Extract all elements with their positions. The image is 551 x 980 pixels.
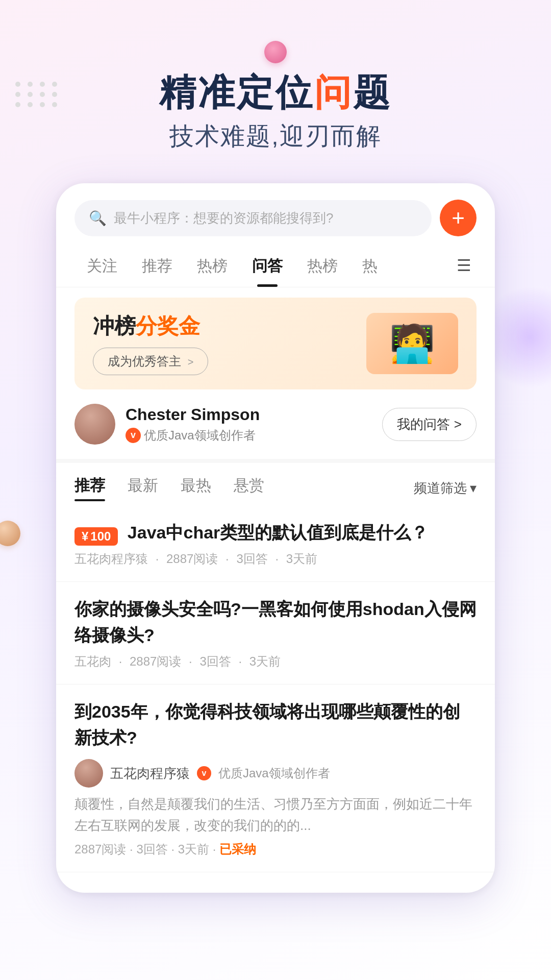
tab-recommend[interactable]: 推荐 [130, 249, 185, 287]
channel-filter-button[interactable]: 频道筛选 ▾ [414, 479, 477, 497]
my-answers-button[interactable]: 我的问答 > [382, 408, 477, 441]
question-answers-3: 3回答 [136, 842, 167, 856]
verified-badge-icon: v [126, 428, 141, 443]
question-reads-1: 2887阅读 [166, 552, 218, 566]
tab-hot2[interactable]: 热榜 [295, 249, 350, 287]
avatar [74, 404, 115, 445]
question-item-3[interactable]: 到2035年，你觉得科技领域将出现哪些颠覆性的创新技术? 五花肉程序猿 v 优质… [56, 684, 495, 872]
search-icon: 🔍 [89, 210, 107, 227]
banner-text: 冲榜分奖金 成为优秀答主 > [93, 312, 366, 375]
question-time-2: 3天前 [249, 654, 281, 668]
user-badge-text: 优质Java领域创作者 [144, 427, 256, 444]
banner-arrow-icon: > [188, 356, 194, 368]
question-avatar-3 [74, 759, 103, 788]
filter-dropdown-icon: ▾ [470, 480, 477, 496]
banner-cta-button[interactable]: 成为优秀答主 > [93, 348, 208, 375]
question-reads-3: 2887阅读 [74, 842, 126, 856]
sub-tab-hottest[interactable]: 最热 [181, 475, 211, 501]
tab-navigation: 关注 推荐 热榜 问答 热榜 热 ☰ [56, 244, 495, 287]
question-title-1: Java中char类型的默认值到底是什么？ [128, 523, 428, 542]
my-answers-arrow-icon: > [454, 416, 462, 432]
user-name: Chester Simpson [126, 405, 382, 424]
banner-title: 冲榜分奖金 [93, 312, 366, 340]
question-author-1: 五花肉程序猿 [74, 552, 148, 566]
question-author-row-3: 五花肉程序猿 v 优质Java领域创作者 [74, 759, 477, 788]
question-author-label-3: 优质Java领域创作者 [218, 765, 330, 781]
question-preview-3: 颠覆性，自然是颠覆我们的生活、习惯乃至方方面面，例如近二十年左右互联网的发展，改… [74, 794, 477, 836]
adopted-tag-3: 已采纳 [219, 842, 256, 856]
question-title-row-1: ¥ 100 Java中char类型的默认值到底是什么？ [74, 520, 477, 546]
decorative-dots [15, 82, 59, 107]
user-info: Chester Simpson v 优质Java领域创作者 [126, 405, 382, 444]
sub-tab-reward[interactable]: 悬赏 [234, 475, 264, 501]
phone-wrapper: 🔍 最牛小程序：想要的资源都能搜得到? + 关注 推荐 热榜 问答 热榜 热 ☰… [0, 173, 551, 893]
hero-title: 精准定位问题 [31, 72, 520, 113]
question-author-name-3: 五花肉程序猿 [110, 765, 190, 782]
phone-mockup: 🔍 最牛小程序：想要的资源都能搜得到? + 关注 推荐 热榜 问答 热榜 热 ☰… [56, 183, 495, 893]
question-time-1: 3天前 [286, 552, 317, 566]
search-bar[interactable]: 🔍 最牛小程序：想要的资源都能搜得到? [74, 200, 432, 236]
hero-bubble-decoration [264, 41, 287, 63]
tab-follow[interactable]: 关注 [74, 249, 130, 287]
question-meta-3: 2887阅读 · 3回答 · 3天前 · 已采纳 [74, 841, 477, 857]
question-meta-2: 五花肉 · 2887阅读 · 3回答 · 3天前 [74, 653, 477, 670]
question-time-3: 3天前 [178, 842, 209, 856]
reward-badge-1: ¥ 100 [74, 527, 118, 546]
hero-section: 精准定位问题 技术难题,迎刃而解 [0, 0, 551, 173]
search-placeholder-text: 最牛小程序：想要的资源都能搜得到? [114, 209, 333, 227]
question-item-2[interactable]: 你家的摄像头安全吗?一黑客如何使用shodan入侵网络摄像头? 五花肉 · 28… [56, 582, 495, 684]
question-verified-icon-3: v [197, 766, 211, 780]
illus-character-icon: 🧑‍💻 [389, 325, 435, 362]
avatar-image [74, 404, 115, 445]
sub-tab-recommend[interactable]: 推荐 [74, 475, 105, 501]
tab-hot3[interactable]: 热 [350, 249, 390, 287]
hero-subtitle: 技术难题,迎刃而解 [31, 120, 520, 153]
tab-hot1[interactable]: 热榜 [185, 249, 240, 287]
add-button[interactable]: + [440, 200, 477, 236]
question-title-3: 到2035年，你觉得科技领域将出现哪些颠覆性的创新技术? [74, 699, 477, 751]
tab-menu-icon[interactable]: ☰ [452, 251, 477, 285]
question-answers-2: 3回答 [199, 654, 231, 668]
tab-qa[interactable]: 问答 [240, 249, 295, 287]
question-item-1[interactable]: ¥ 100 Java中char类型的默认值到底是什么？ 五花肉程序猿 · 288… [56, 505, 495, 582]
user-badge-row: v 优质Java领域创作者 [126, 427, 382, 444]
sub-tab-latest[interactable]: 最新 [128, 475, 158, 501]
search-row: 🔍 最牛小程序：想要的资源都能搜得到? + [56, 183, 495, 244]
question-author-2: 五花肉 [74, 654, 111, 668]
question-answers-1: 3回答 [236, 552, 267, 566]
user-profile-row: Chester Simpson v 优质Java领域创作者 我的问答 > [56, 389, 495, 463]
question-reads-2: 2887阅读 [130, 654, 181, 668]
question-meta-1: 五花肉程序猿 · 2887阅读 · 3回答 · 3天前 [74, 551, 477, 567]
banner[interactable]: 冲榜分奖金 成为优秀答主 > 🧑‍💻 [74, 298, 477, 389]
yuan-icon: ¥ [82, 529, 88, 544]
banner-illustration: 🧑‍💻 [366, 313, 458, 374]
sub-tab-navigation: 推荐 最新 最热 悬赏 频道筛选 ▾ [56, 463, 495, 505]
question-title-2: 你家的摄像头安全吗?一黑客如何使用shodan入侵网络摄像头? [74, 599, 477, 645]
